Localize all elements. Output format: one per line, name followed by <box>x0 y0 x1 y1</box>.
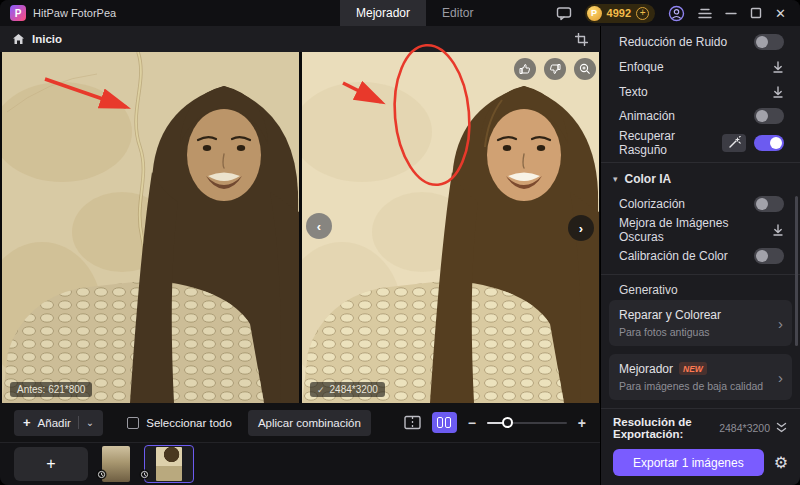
settings-sidebar: Reducción de Ruido Enfoque Texto Animaci… <box>600 26 800 485</box>
option-recuperar-rasguno: Recuperar Rasguño <box>601 129 800 157</box>
thumbs-down-button[interactable] <box>544 58 566 80</box>
history-badge-icon <box>139 466 150 484</box>
menu-icon[interactable] <box>698 8 712 19</box>
before-image-panel[interactable]: Antes: 621*800 <box>2 52 299 403</box>
coins-balance[interactable]: P 4992 + <box>585 4 655 23</box>
chevron-down-icon[interactable]: ⌄ <box>86 417 94 428</box>
close-icon[interactable]: ✕ <box>775 6 786 21</box>
download-icon[interactable] <box>772 86 784 98</box>
download-icon[interactable] <box>772 224 784 236</box>
tab-mejorador[interactable]: Mejorador <box>340 0 426 26</box>
color-ia-section-header[interactable]: ▾ Color IA <box>601 167 800 191</box>
export-section: Resolución de Exportación: 2484*3200 Exp… <box>601 408 800 485</box>
option-noise-reduction: Reducción de Ruido <box>601 30 800 55</box>
view-controls: − + <box>404 412 586 433</box>
after-image-panel[interactable]: ✓ 2484*3200 <box>302 52 599 403</box>
sidebar-scrollbar[interactable] <box>795 196 798 346</box>
select-all-control[interactable]: Seleccionar todo <box>127 417 232 429</box>
noise-reduction-toggle[interactable] <box>754 34 784 50</box>
apply-combination-button[interactable]: Aplicar combinación <box>248 410 371 436</box>
app-logo-icon: P <box>10 5 26 21</box>
before-photo <box>2 52 299 403</box>
breadcrumb: Inicio <box>0 26 600 52</box>
tab-editor[interactable]: Editor <box>426 0 489 26</box>
card-reparar-colorear[interactable]: Reparar y Colorear Para fotos antiguas › <box>609 300 792 346</box>
prev-image-button[interactable]: ‹ <box>306 213 332 239</box>
app-title: HitPaw FotorPea <box>33 7 116 19</box>
export-resolution-label: Resolución de Exportación: <box>613 416 714 440</box>
coin-count: 4992 <box>607 7 631 19</box>
next-image-button[interactable]: › <box>568 215 594 241</box>
chevron-right-icon: › <box>778 368 783 385</box>
maximize-icon[interactable] <box>750 7 762 19</box>
divider <box>601 274 800 275</box>
app-brand: P HitPaw FotorPea <box>10 5 116 21</box>
thumbnail-item-selected[interactable] <box>144 445 194 483</box>
chevron-right-icon: › <box>778 314 783 331</box>
triangle-down-icon: ▾ <box>613 174 618 184</box>
option-mejora-imagenes-oscuras: Mejora de Imágenes Oscuras <box>601 216 800 244</box>
thumbnail-image <box>156 447 182 481</box>
magic-wand-icon[interactable] <box>722 134 746 152</box>
double-chevron-down-icon[interactable] <box>775 422 788 434</box>
after-photo <box>302 52 599 403</box>
divider <box>601 162 800 163</box>
zoom-out-icon[interactable]: − <box>468 415 476 431</box>
home-icon[interactable] <box>12 33 25 45</box>
bottom-toolbar: + Añadir ⌄ Seleccionar todo Aplicar comb… <box>0 403 600 443</box>
animation-toggle[interactable] <box>754 108 784 124</box>
breadcrumb-home[interactable]: Inicio <box>32 33 62 45</box>
mode-tabs: Mejorador Editor <box>340 0 489 26</box>
workspace: Inicio <box>0 26 600 485</box>
thumbnail-item[interactable] <box>102 446 130 482</box>
titlebar-actions: P 4992 + ✕ <box>556 4 800 23</box>
feedback-icon[interactable] <box>556 6 572 21</box>
generative-section-header: Generativo <box>601 279 800 300</box>
add-coins-icon[interactable]: + <box>636 7 649 20</box>
scratch-repair-toggle[interactable] <box>754 135 784 151</box>
select-all-checkbox[interactable] <box>127 417 139 429</box>
side-by-side-view-icon[interactable] <box>432 412 457 433</box>
app-window: P HitPaw FotorPea Mejorador Editor P 499… <box>0 0 800 485</box>
zoom-slider[interactable] <box>487 417 567 429</box>
export-resolution-value: 2484*3200 <box>719 422 770 434</box>
thumbs-up-button[interactable] <box>514 58 536 80</box>
split-view-icon[interactable] <box>404 415 421 430</box>
gear-icon[interactable]: ⚙ <box>774 455 788 471</box>
before-resolution-badge: Antes: 621*800 <box>10 382 92 397</box>
thumbnail-strip: + <box>0 443 600 485</box>
comparison-viewer: Antes: 621*800 <box>0 52 600 403</box>
new-badge: NEW <box>679 362 707 375</box>
option-calibracion-color: Calibración de Color <box>601 244 800 269</box>
zoom-slider-handle[interactable] <box>502 417 513 428</box>
history-badge-icon <box>96 466 107 484</box>
export-button[interactable]: Exportar 1 imágenes <box>613 449 764 476</box>
card-mejorador[interactable]: Mejorador NEW Para imágenes de baja cali… <box>609 354 792 400</box>
option-colorizacion: Colorización <box>601 191 800 216</box>
plus-icon: + <box>23 415 31 430</box>
account-icon[interactable] <box>668 5 685 22</box>
check-icon: ✓ <box>317 385 325 395</box>
option-enfoque: Enfoque <box>601 55 800 80</box>
zoom-preview-button[interactable] <box>574 58 596 80</box>
download-icon[interactable] <box>772 61 784 73</box>
option-texto: Texto <box>601 79 800 104</box>
zoom-in-icon[interactable]: + <box>578 415 586 431</box>
colorization-toggle[interactable] <box>754 196 784 212</box>
after-resolution-badge: ✓ 2484*3200 <box>310 382 385 397</box>
add-image-tile[interactable]: + <box>14 447 88 481</box>
divider <box>78 416 79 429</box>
color-calibration-toggle[interactable] <box>754 248 784 264</box>
titlebar: P HitPaw FotorPea Mejorador Editor P 499… <box>0 0 800 26</box>
minimize-icon[interactable] <box>725 7 737 19</box>
coin-icon: P <box>587 6 602 21</box>
crop-icon[interactable] <box>575 33 588 46</box>
option-animacion: Animación <box>601 104 800 129</box>
add-button[interactable]: + Añadir ⌄ <box>14 410 103 436</box>
